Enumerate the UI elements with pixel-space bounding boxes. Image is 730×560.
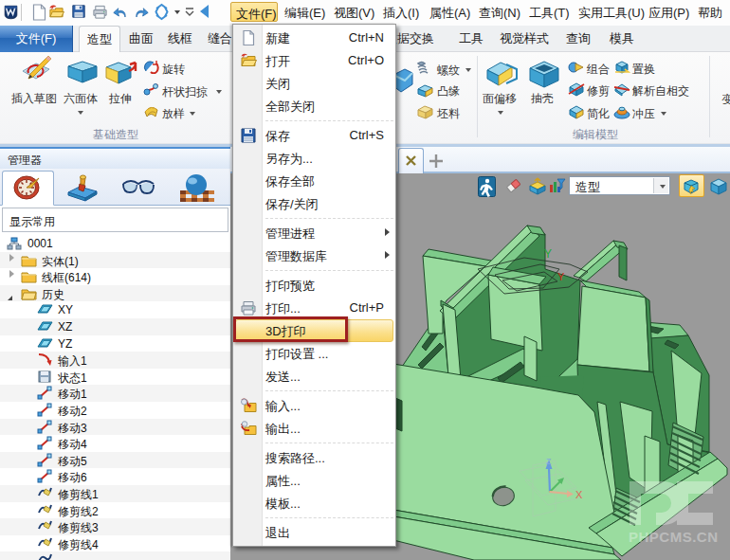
svg-text:Z: Z [546, 457, 552, 466]
svg-text:Y: Y [544, 247, 552, 261]
svg-text:Y: Y [557, 271, 565, 282]
svg-text:PHPCMS.CN: PHPCMS.CN [629, 529, 719, 545]
svg-text:X: X [575, 489, 583, 500]
